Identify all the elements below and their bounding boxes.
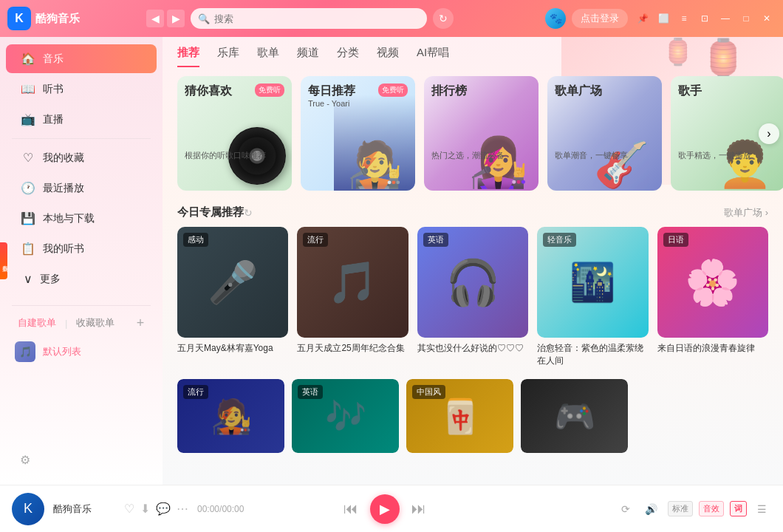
playlist-item-default[interactable]: 🎵 默认列表 — [0, 335, 163, 368]
card-playlist-square[interactable]: 歌单广场 歌单潮音，一键畅享 🎸 — [547, 76, 662, 191]
playlist-card-4[interactable]: 日语 🌸 来自日语的浪漫青春旋律 — [657, 227, 768, 367]
search-input[interactable] — [214, 13, 420, 24]
playlist-sq-image: 🎸 — [581, 102, 662, 191]
tab-video[interactable]: 视频 — [377, 46, 399, 67]
playlist-card-img-3: 轻音乐 🌃 — [537, 227, 648, 338]
nav-arrows: ◀ ▶ — [146, 10, 185, 27]
sidebar-nav: 🏠 音乐 📖 听书 📺 直播 ♡ 我的收藏 🕐 最近播放 — [0, 37, 163, 301]
sidebar-divider-2 — [12, 305, 151, 306]
content-area: 🏮 🏮 推荐 乐库 歌单 频道 分类 视频 AI帮唱 猜你喜欢 免费听 根据你的… — [163, 37, 783, 485]
card-recommend[interactable]: 猜你喜欢 免费听 根据你的听歌口味推荐 — [177, 76, 292, 191]
player-comment-button[interactable]: 💬 — [156, 502, 171, 516]
sidebar-item-recent[interactable]: 🕐 最近播放 — [6, 174, 157, 202]
sidebar-item-my-audiobooks[interactable]: 📋 我的听书 — [6, 234, 157, 263]
chart-image: 👩‍🎤 — [457, 102, 538, 191]
playlist-img-fashion: 🎵 — [297, 227, 408, 338]
sidebar-item-more[interactable]: ∨ 更多 — [6, 265, 157, 293]
forward-button[interactable]: ▶ — [167, 10, 185, 27]
pin-button[interactable]: 📌 — [634, 10, 652, 27]
card-playlist-sq-desc: 歌单潮音，一键畅享 — [555, 150, 654, 161]
refresh-button[interactable]: ↻ — [433, 8, 454, 29]
tab-library[interactable]: 乐库 — [217, 46, 239, 67]
playlist-controls: 自建歌单 | 收藏歌单 + — [0, 310, 163, 335]
player-volume-button[interactable]: 🔊 — [640, 500, 662, 518]
sidebar-item-favorites[interactable]: ♡ 我的收藏 — [6, 143, 157, 172]
player-next-button[interactable]: ⏭ — [411, 500, 426, 517]
login-text: 点击登录 — [581, 12, 619, 25]
playlist-title-4: 来自日语的浪漫青春旋律 — [657, 342, 768, 355]
player-list-button[interactable]: ☰ — [753, 500, 771, 518]
player-controls: ⏮ ▶ ⏭ — [343, 494, 426, 524]
player-quality-badge[interactable]: 标准 — [668, 501, 693, 516]
login-button[interactable]: 点击登录 — [572, 9, 628, 28]
playlist-card-2[interactable]: 英语 🎧 其实也没什么好说的♡♡♡ — [417, 227, 528, 367]
second-row-card-2[interactable]: 中国风 🀄 — [406, 379, 513, 453]
second-row-card-0[interactable]: 流行 🧑‍🎤 — [177, 379, 284, 453]
section-link-text: 歌单广场 — [724, 206, 762, 219]
taskbar-button[interactable]: ⬜ — [654, 10, 672, 27]
search-icon: 🔍 — [198, 13, 210, 24]
player-loop-button[interactable]: ⟳ — [617, 500, 635, 518]
playlist-sq-link[interactable]: 歌单广场 › — [724, 206, 768, 219]
cards-next-arrow[interactable]: › — [759, 123, 779, 144]
card-recommend-desc: 根据你的听歌口味推荐 — [185, 150, 284, 161]
player-lyrics-badge[interactable]: 词 — [730, 501, 747, 516]
second-row-card-3[interactable]: 🎮 — [521, 379, 628, 453]
player-bar: K 酷狗音乐 ♡ ⬇ 💬 ⋯ 00:00/00:00 ⏮ ▶ ⏭ ⟳ 🔊 标准 … — [0, 485, 783, 532]
player-download-button[interactable]: ⬇ — [140, 502, 150, 516]
tab-channel[interactable]: 频道 — [297, 46, 319, 67]
player-prev-button[interactable]: ⏮ — [343, 500, 358, 517]
playlist-card-3[interactable]: 轻音乐 🌃 治愈轻音：紫色的温柔萦绕在人间 — [537, 227, 648, 367]
player-like-button[interactable]: ♡ — [124, 502, 134, 516]
sidebar-label-audiobook: 听书 — [43, 83, 64, 96]
tab-my-playlists[interactable]: 自建歌单 — [15, 315, 59, 331]
sidebar-label-local: 本地与下载 — [43, 212, 95, 225]
download-icon: 💾 — [21, 211, 35, 225]
second-row-img-3: 🎮 — [521, 379, 628, 453]
title-bar: K 酷狗音乐 ◀ ▶ 🔍 ↻ 🐾 点击登录 📌 ⬜ ≡ ⊡ — □ ✕ — [0, 0, 783, 37]
player-effect-badge[interactable]: 音效 — [699, 501, 724, 516]
add-playlist-button[interactable]: + — [133, 316, 148, 330]
playlist-card-1[interactable]: 流行 🎵 五月天成立25周年纪念合集 — [297, 227, 408, 367]
sidebar-label-my-audiobooks: 我的听书 — [43, 242, 84, 256]
playlist-title-3: 治愈轻音：紫色的温柔萦绕在人间 — [537, 342, 648, 367]
clock-icon: 🕐 — [21, 181, 35, 195]
playlist-grid-row2: 流行 🧑‍🎤 英语 🎶 中国风 🀄 🎮 — [163, 376, 783, 459]
refresh-small-icon[interactable]: ↻ — [244, 207, 253, 219]
music-icon: 🏠 — [21, 52, 35, 66]
sidebar-label-more: 更多 — [40, 273, 61, 286]
playlist-card-0[interactable]: 感动 🎤 五月天May&林宥嘉Yoga — [177, 227, 288, 367]
back-button[interactable]: ◀ — [146, 10, 164, 27]
minimize-button[interactable]: — — [717, 10, 734, 27]
tab-category[interactable]: 分类 — [337, 46, 359, 67]
sidebar-item-audiobook[interactable]: 📖 听书 — [6, 75, 157, 103]
sidebar-item-music[interactable]: 🏠 音乐 — [6, 44, 157, 73]
player-more-button[interactable]: ⋯ — [177, 502, 188, 516]
player-actions-left: ♡ ⬇ 💬 ⋯ — [124, 502, 188, 516]
playlist-card-img-4: 日语 🌸 — [657, 227, 768, 338]
heart-icon: ♡ — [21, 151, 35, 165]
second-row-card-1[interactable]: 英语 🎶 — [292, 379, 399, 453]
tab-recommend[interactable]: 推荐 — [177, 46, 199, 67]
playlist-card-img-0: 感动 🎤 — [177, 227, 288, 338]
sidebar-item-local[interactable]: 💾 本地与下载 — [6, 204, 157, 233]
settings-button[interactable]: ⚙ — [15, 449, 35, 470]
second-row-img-icon-2: 🀄 — [406, 379, 513, 453]
card-playlist-sq-title: 歌单广场 — [555, 83, 602, 99]
tab-ai-sing[interactable]: AI帮唱 — [417, 46, 449, 67]
audiobook-icon: 📖 — [21, 82, 35, 96]
tab-collected-playlists[interactable]: 收藏歌单 — [73, 315, 117, 331]
sidebar-toggle-button[interactable]: ⊡ — [696, 10, 714, 27]
section-title-today: 今日专属推荐 — [177, 205, 244, 219]
chevron-down-icon: ∨ — [21, 272, 35, 286]
tab-playlist[interactable]: 歌单 — [257, 46, 279, 67]
sidebar-item-live[interactable]: 📺 直播 — [6, 105, 157, 134]
sidebar-divider-1 — [12, 138, 151, 139]
window-controls: 📌 ⬜ ≡ ⊡ — □ ✕ — [634, 10, 776, 27]
close-button[interactable]: ✕ — [758, 10, 776, 27]
card-chart[interactable]: 排行榜 热门之选，潮流必备 👩‍🎤 — [424, 76, 538, 191]
maximize-button[interactable]: □ — [737, 10, 755, 27]
card-daily[interactable]: 每日推荐 免费听 True - Yoari 🧑‍🎤 — [301, 76, 415, 191]
menu-button[interactable]: ≡ — [675, 10, 693, 27]
player-play-button[interactable]: ▶ — [370, 494, 400, 524]
